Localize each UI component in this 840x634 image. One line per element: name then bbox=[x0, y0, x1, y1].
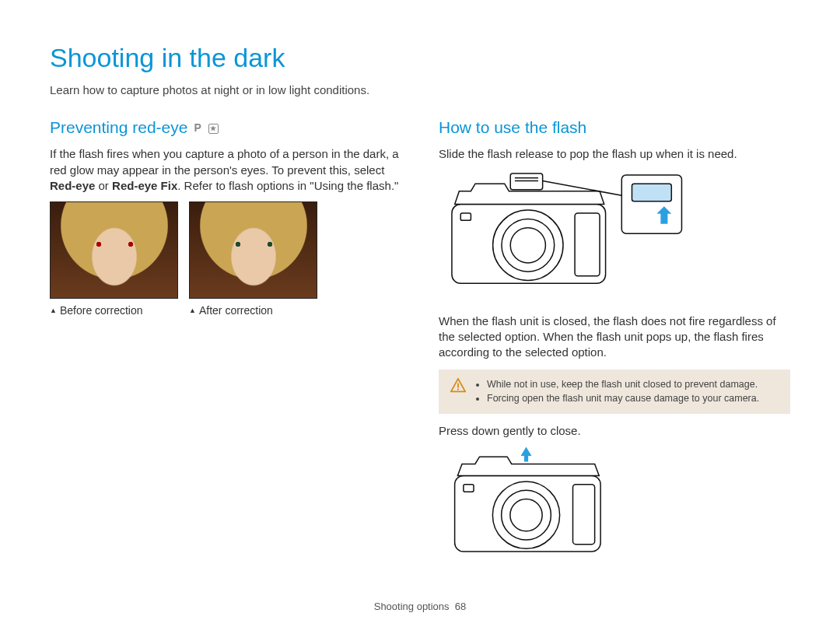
svg-rect-1 bbox=[632, 184, 671, 201]
caption-after: After correction bbox=[189, 299, 317, 318]
warning-item: Forcing open the flash unit may cause da… bbox=[487, 392, 759, 405]
heading-preventing-red-eye: Preventing red-eye P bbox=[50, 117, 401, 138]
column-right: How to use the flash Slide the flash rel… bbox=[439, 117, 790, 574]
text-post: . Refer to flash options in "Using the f… bbox=[177, 179, 398, 192]
text-mid: or bbox=[95, 179, 112, 192]
mode-p-icon: P bbox=[194, 121, 203, 135]
two-column-layout: Preventing red-eye P If the flash fires … bbox=[50, 117, 790, 574]
page-content: Shooting in the dark Learn how to captur… bbox=[0, 0, 840, 605]
flash-body-1: Slide the flash release to pop the flash… bbox=[439, 146, 790, 162]
svg-rect-3 bbox=[510, 173, 542, 190]
camera-open-svg bbox=[439, 170, 688, 303]
svg-rect-18 bbox=[573, 485, 595, 545]
warning-list: While not in use, keep the flash unit cl… bbox=[476, 377, 759, 406]
mode-icons: P bbox=[194, 121, 218, 135]
svg-point-8 bbox=[510, 227, 545, 262]
footer-page-number: 68 bbox=[455, 601, 466, 612]
svg-rect-19 bbox=[464, 485, 474, 492]
warning-box: While not in use, keep the flash unit cl… bbox=[439, 370, 790, 414]
text-pre: If the flash fires when you capture a ph… bbox=[50, 147, 399, 176]
svg-point-17 bbox=[510, 499, 542, 531]
column-left: Preventing red-eye P If the flash fires … bbox=[50, 117, 401, 574]
heading-text: Preventing red-eye bbox=[50, 117, 187, 138]
caption-before: Before correction bbox=[50, 299, 178, 318]
page-intro: Learn how to capture photos at night or … bbox=[50, 82, 790, 98]
flash-body-3: Press down gently to close. bbox=[439, 423, 790, 439]
camera-illustration-open bbox=[439, 170, 688, 303]
photo-before-image bbox=[50, 201, 178, 299]
svg-point-13 bbox=[457, 389, 459, 391]
camera-illustration-close bbox=[439, 447, 625, 563]
photo-after-image bbox=[189, 201, 317, 299]
page-title: Shooting in the dark bbox=[50, 40, 790, 76]
flash-body-2: When the flash unit is closed, the flash… bbox=[439, 313, 790, 361]
footer-section: Shooting options bbox=[374, 601, 450, 612]
svg-rect-10 bbox=[460, 213, 471, 220]
warning-item: While not in use, keep the flash unit cl… bbox=[487, 378, 759, 391]
red-eye-paragraph: If the flash fires when you capture a ph… bbox=[50, 146, 401, 194]
heading-how-to-use-flash: How to use the flash bbox=[439, 117, 790, 138]
svg-rect-9 bbox=[575, 213, 600, 276]
text-bold-2: Red-eye Fix bbox=[112, 179, 177, 192]
page-footer: Shooting options 68 bbox=[0, 600, 840, 614]
photo-before: Before correction bbox=[50, 201, 178, 318]
camera-close-svg bbox=[439, 447, 625, 563]
text-bold-1: Red-eye bbox=[50, 179, 95, 192]
photo-after: After correction bbox=[189, 201, 317, 318]
mode-star-icon bbox=[208, 124, 219, 134]
warning-icon bbox=[450, 377, 467, 398]
example-photos: Before correction After correction bbox=[50, 201, 401, 318]
